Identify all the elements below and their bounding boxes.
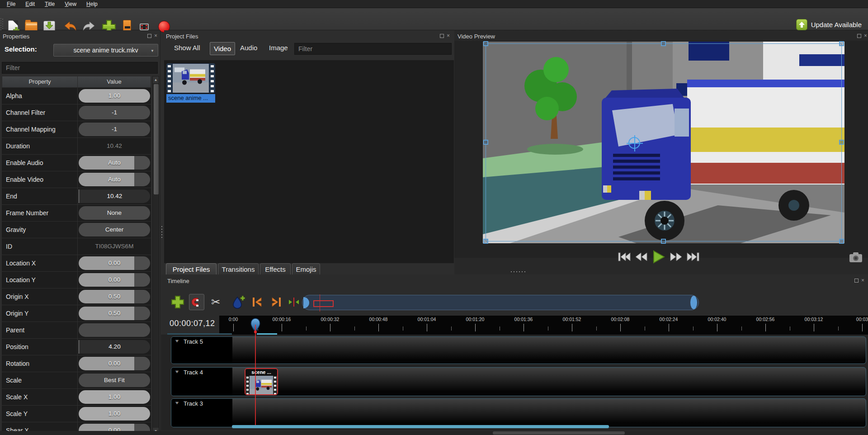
filter-image[interactable]: Image bbox=[269, 44, 288, 52]
tab-emojis[interactable]: Emojis bbox=[292, 263, 320, 275]
resize-handle-n[interactable] bbox=[661, 41, 666, 46]
resize-handle-e[interactable] bbox=[839, 140, 844, 145]
jump-to-start-button[interactable] bbox=[617, 250, 632, 264]
property-value[interactable]: Auto bbox=[78, 155, 151, 171]
property-row: Enable AudioAuto bbox=[2, 155, 151, 171]
value-column-header[interactable]: Value bbox=[78, 76, 151, 87]
resize-handle-w[interactable] bbox=[483, 140, 488, 145]
property-value[interactable]: 1.00 bbox=[78, 406, 151, 422]
track-collapse-icon[interactable]: ▼ bbox=[174, 369, 179, 374]
property-value[interactable]: 10.42 bbox=[78, 188, 151, 204]
snapping-toggle-button[interactable] bbox=[189, 294, 204, 310]
scroll-up-icon[interactable]: ▲ bbox=[153, 76, 159, 83]
bottom-scrollbar-thumb[interactable] bbox=[493, 431, 625, 435]
resize-handle-ne[interactable] bbox=[839, 41, 844, 46]
float-panel-icon[interactable] bbox=[440, 34, 444, 38]
close-panel-icon[interactable]: × bbox=[447, 34, 450, 38]
zoom-slider-right-handle[interactable] bbox=[690, 296, 697, 309]
panel-splitter-handle[interactable] bbox=[511, 271, 526, 273]
filter-show-all[interactable]: Show All bbox=[174, 44, 200, 52]
property-value[interactable]: None bbox=[78, 205, 151, 221]
property-value[interactable]: TI08GJWS6M bbox=[78, 238, 151, 255]
property-value[interactable]: 0.50 bbox=[78, 305, 151, 322]
panel-splitter-handle[interactable] bbox=[161, 226, 163, 240]
razor-tool-button[interactable]: ✂ bbox=[208, 294, 223, 310]
property-value[interactable]: 0.50 bbox=[78, 288, 151, 305]
property-value[interactable]: -1 bbox=[78, 104, 151, 121]
project-files-list[interactable]: scene anime ... bbox=[164, 60, 454, 263]
track-collapse-icon[interactable]: ▼ bbox=[174, 401, 179, 405]
timeline-tracks-area[interactable]: ▼Track 5▼Track 4scene ...▼Track 3 bbox=[161, 335, 868, 430]
resize-handle-s[interactable] bbox=[661, 239, 666, 244]
property-value[interactable]: Best Fit bbox=[78, 372, 151, 388]
clip-label: scene ... bbox=[245, 369, 277, 376]
preview-selection-box[interactable] bbox=[486, 43, 842, 241]
timeline-horizontal-scrollbar[interactable] bbox=[232, 425, 609, 428]
file-thumbnail[interactable] bbox=[166, 63, 215, 93]
playhead-line[interactable] bbox=[255, 325, 256, 427]
property-value[interactable] bbox=[78, 322, 151, 338]
property-value[interactable]: 0.00 bbox=[78, 272, 151, 288]
track-row[interactable]: ▼Track 4scene ... bbox=[171, 367, 866, 396]
properties-scrollbar[interactable]: ▲ ▼ bbox=[152, 76, 159, 435]
properties-scrollbar-thumb[interactable] bbox=[154, 84, 159, 194]
property-value[interactable]: Auto bbox=[78, 171, 151, 188]
update-available-button[interactable]: Update Available bbox=[796, 19, 862, 30]
next-marker-button[interactable] bbox=[269, 294, 284, 310]
selection-dropdown[interactable]: scene anime truck.mkv ▼ bbox=[53, 44, 158, 57]
menu-edit[interactable]: Edit bbox=[21, 0, 39, 8]
close-panel-icon[interactable]: × bbox=[864, 34, 867, 38]
jump-to-end-button[interactable] bbox=[686, 250, 700, 264]
add-marker-button[interactable] bbox=[231, 294, 246, 310]
menu-title[interactable]: Title bbox=[41, 0, 59, 8]
zoom-slider-left-handle[interactable] bbox=[303, 297, 309, 308]
close-panel-icon[interactable]: × bbox=[154, 34, 157, 38]
property-value[interactable]: 4.20 bbox=[78, 339, 151, 355]
timeline-zoom-slider[interactable] bbox=[302, 295, 699, 310]
property-value[interactable]: 1.00 bbox=[78, 88, 151, 104]
track-row[interactable]: ▼Track 5 bbox=[171, 336, 866, 364]
property-value[interactable]: 10.42 bbox=[78, 138, 151, 154]
tab-project-files[interactable]: Project Files bbox=[166, 263, 217, 275]
tab-transitions[interactable]: Transitions bbox=[218, 263, 259, 275]
timeline-ruler[interactable]: 0:0000:00:1600:00:3200:00:4800:01:0400:0… bbox=[219, 316, 868, 335]
property-value[interactable]: -1 bbox=[78, 121, 151, 137]
menu-help[interactable]: Help bbox=[82, 0, 102, 8]
play-button[interactable] bbox=[651, 250, 666, 264]
center-playhead-button[interactable] bbox=[288, 294, 300, 310]
close-panel-icon[interactable]: × bbox=[861, 279, 864, 283]
float-panel-icon[interactable] bbox=[147, 34, 151, 38]
properties-table-body: Alpha1.00Channel Filter-1Channel Mapping… bbox=[2, 88, 151, 435]
float-panel-icon[interactable] bbox=[857, 34, 861, 38]
filter-audio[interactable]: Audio bbox=[240, 44, 257, 52]
resize-handle-sw[interactable] bbox=[483, 239, 488, 244]
menu-file[interactable]: File bbox=[3, 0, 19, 8]
capture-screenshot-button[interactable] bbox=[849, 252, 863, 265]
property-value[interactable]: 0.00 bbox=[78, 355, 151, 372]
menu-view[interactable]: View bbox=[61, 0, 80, 8]
project-files-filter-input[interactable] bbox=[294, 43, 452, 55]
fast-forward-button[interactable] bbox=[669, 250, 683, 264]
file-name-label[interactable]: scene anime ... bbox=[166, 94, 215, 103]
property-value[interactable]: 0.00 bbox=[78, 255, 151, 271]
property-column-header[interactable]: Property bbox=[2, 76, 78, 87]
origin-crosshair-icon[interactable] bbox=[627, 135, 643, 151]
play-icon bbox=[652, 250, 665, 264]
properties-filter-input[interactable] bbox=[2, 62, 158, 74]
resize-handle-nw[interactable] bbox=[483, 41, 488, 46]
track-row[interactable]: ▼Track 3 bbox=[171, 398, 866, 427]
property-label: End bbox=[2, 188, 78, 204]
zoom-viewport-indicator[interactable] bbox=[313, 300, 334, 307]
timeline-clip[interactable]: scene ... bbox=[245, 368, 278, 395]
tab-effects[interactable]: Effects bbox=[260, 263, 291, 275]
add-track-button[interactable] bbox=[170, 294, 185, 310]
filter-video[interactable]: Video bbox=[210, 42, 235, 55]
track-collapse-icon[interactable]: ▼ bbox=[174, 339, 179, 343]
property-value[interactable]: 1.00 bbox=[78, 389, 151, 405]
rewind-button[interactable] bbox=[634, 250, 649, 264]
resize-handle-se[interactable] bbox=[839, 239, 844, 244]
float-panel-icon[interactable] bbox=[854, 279, 859, 283]
ruler-time-label: 00:02:08 bbox=[611, 317, 630, 322]
property-value[interactable]: Center bbox=[78, 222, 151, 238]
previous-marker-button[interactable] bbox=[250, 294, 265, 310]
